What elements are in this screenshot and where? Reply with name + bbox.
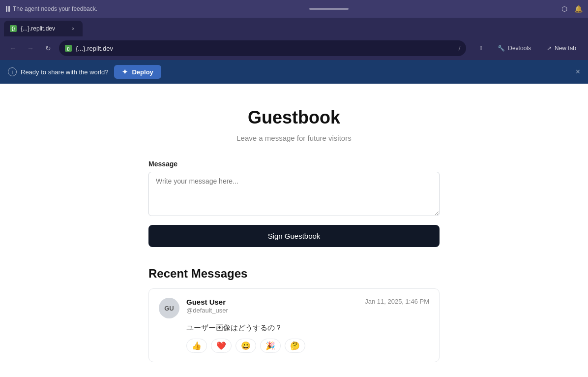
- browser-chrome: The agent needs your feedback. ⬡ 🔔 {} {.…: [0, 0, 588, 60]
- address-domain: {...}.replit.dev: [76, 45, 455, 52]
- page-subtitle: Leave a message for future visitors: [148, 134, 440, 142]
- devtools-button[interactable]: 🔧 Devtools: [492, 42, 537, 55]
- address-bar-row: ← → ↻ {} {...}.replit.dev / ⇧ 🔧 Devtools…: [0, 36, 588, 60]
- address-bar-right: ⇧ 🔧 Devtools ↗ New tab: [474, 41, 582, 55]
- banner-info: i Ready to share with the world?: [8, 67, 108, 76]
- cast-icon[interactable]: ⬡: [560, 5, 568, 13]
- message-body: ユーザー画像はどうするの？: [186, 323, 429, 333]
- bell-icon[interactable]: 🔔: [574, 5, 582, 13]
- active-tab[interactable]: {} {...}.replit.dev ×: [4, 21, 83, 36]
- page-title: Guestbook: [148, 107, 440, 128]
- title-bar-right: ⬡ 🔔: [560, 5, 582, 13]
- drag-handle[interactable]: [309, 8, 349, 10]
- emoji-reactions: 👍 ❤️ 😀 🎉 🤔: [186, 339, 429, 353]
- reaction-party[interactable]: 🎉: [260, 339, 281, 353]
- reload-button[interactable]: ↻: [41, 41, 55, 55]
- title-bar-center: [101, 8, 557, 10]
- tab-bar: {} {...}.replit.dev ×: [0, 18, 588, 36]
- message-handle: @default_user: [186, 307, 358, 314]
- new-tab-icon: ↗: [547, 45, 552, 52]
- address-bar[interactable]: {} {...}.replit.dev /: [59, 40, 466, 56]
- guestbook-form: Message Sign Guestbook: [148, 160, 440, 267]
- feedback-text: The agent needs your feedback.: [13, 5, 97, 12]
- main-content: Guestbook Leave a message for future vis…: [0, 84, 588, 377]
- reaction-thinking[interactable]: 🤔: [285, 339, 305, 353]
- tab-label: {...}.replit.dev: [21, 25, 55, 32]
- deploy-button[interactable]: ✦ Deploy: [114, 65, 161, 79]
- message-author: Guest User: [186, 298, 358, 306]
- title-bar-left: The agent needs your feedback.: [6, 5, 97, 12]
- recent-messages-section: Recent Messages GU Guest User @default_u…: [148, 267, 440, 362]
- message-card: GU Guest User @default_user Jan 11, 2025…: [148, 288, 440, 362]
- reaction-heart[interactable]: ❤️: [211, 339, 232, 353]
- info-icon: i: [8, 67, 17, 76]
- devtools-icon: 🔧: [498, 45, 505, 52]
- banner-text: Ready to share with the world?: [21, 68, 108, 76]
- message-label: Message: [148, 160, 440, 168]
- message-timestamp: Jan 11, 2025, 1:46 PM: [365, 298, 429, 305]
- title-bar: The agent needs your feedback. ⬡ 🔔: [0, 0, 588, 18]
- reaction-thumbsup[interactable]: 👍: [186, 339, 207, 353]
- tab-close-btn[interactable]: ×: [70, 25, 77, 32]
- tab-favicon: {}: [10, 25, 17, 32]
- banner-close-button[interactable]: ×: [576, 67, 580, 76]
- content-wrapper: Guestbook Leave a message for future vis…: [137, 107, 451, 362]
- recent-messages-title: Recent Messages: [148, 267, 440, 281]
- address-path: /: [459, 45, 461, 52]
- back-button[interactable]: ←: [6, 41, 20, 55]
- deploy-banner: i Ready to share with the world? ✦ Deplo…: [0, 60, 588, 84]
- avatar: GU: [159, 298, 179, 318]
- address-favicon: {}: [65, 45, 72, 52]
- message-input[interactable]: [148, 172, 440, 216]
- new-tab-button[interactable]: ↗ New tab: [541, 42, 582, 55]
- reaction-smile[interactable]: 😀: [235, 339, 256, 353]
- pause-icon: [6, 6, 10, 12]
- share-icon[interactable]: ⇧: [474, 41, 488, 55]
- message-header: GU Guest User @default_user Jan 11, 2025…: [159, 298, 429, 318]
- forward-button[interactable]: →: [24, 41, 37, 55]
- sign-guestbook-button[interactable]: Sign Guestbook: [148, 225, 440, 247]
- message-meta: Guest User @default_user: [186, 298, 358, 314]
- deploy-icon: ✦: [122, 68, 128, 76]
